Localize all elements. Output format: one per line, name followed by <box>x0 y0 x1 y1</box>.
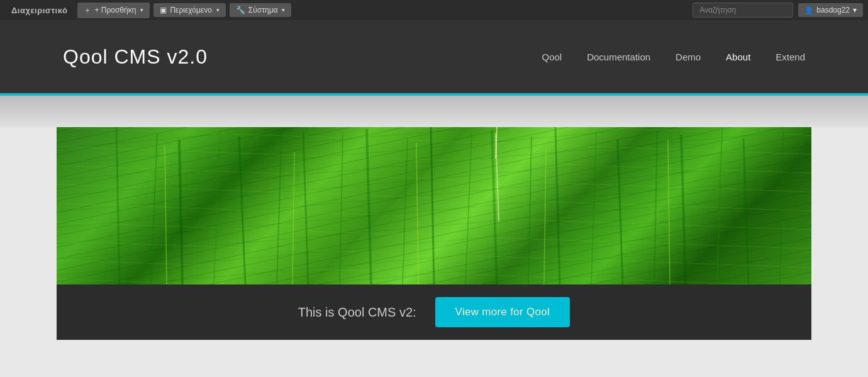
svg-line-20 <box>743 138 748 284</box>
plus-icon: ＋ <box>84 5 91 16</box>
admin-brand: Διαχειριστικό <box>5 6 74 15</box>
svg-line-2 <box>179 140 182 284</box>
svg-line-9 <box>403 138 408 284</box>
system-button-label: Σύστημα <box>248 6 278 14</box>
site-header: Qool CMS v2.0 Qool Documentation Demo Ab… <box>0 20 868 96</box>
svg-line-19 <box>717 127 722 284</box>
add-button-label: + Προσθήκη <box>94 6 136 14</box>
view-more-button[interactable]: View more for Qool <box>435 297 570 327</box>
cta-bar: This is Qool CMS v2: View more for Qool <box>57 284 811 340</box>
svg-line-8 <box>367 129 371 284</box>
admin-bar-right: 👤 basdog22 ▾ <box>693 3 863 18</box>
admin-bar: Διαχειριστικό ＋ + Προσθήκη ▾ ▣ Περιεχόμε… <box>0 0 868 20</box>
svg-line-1 <box>151 133 157 284</box>
svg-line-25 <box>544 149 546 284</box>
svg-line-26 <box>668 140 670 284</box>
nav-item-demo[interactable]: Demo <box>676 52 701 62</box>
svg-line-18 <box>681 135 686 284</box>
nav-item-documentation[interactable]: Documentation <box>587 52 650 62</box>
site-logo: Qool CMS v2.0 <box>63 45 208 69</box>
chevron-down-icon-3: ▾ <box>282 7 285 13</box>
chevron-down-icon-2: ▾ <box>216 7 220 13</box>
header-shadow <box>0 96 868 127</box>
nav-item-extend[interactable]: Extend <box>776 52 805 62</box>
file-icon: ▣ <box>160 6 167 14</box>
chevron-down-icon-4: ▾ <box>853 6 857 14</box>
site-nav: Qool Documentation Demo About Extend <box>542 52 805 62</box>
hero-image <box>57 127 811 284</box>
content-button-label: Περιεχόμενο <box>170 6 211 14</box>
content-button[interactable]: ▣ Περιεχόμενο ▾ <box>153 3 225 17</box>
chevron-down-icon: ▾ <box>140 7 143 13</box>
svg-line-22 <box>165 146 167 284</box>
grass-svg <box>57 127 811 284</box>
add-button[interactable]: ＋ + Προσθήκη ▾ <box>77 3 150 18</box>
svg-line-7 <box>340 135 343 284</box>
bottom-area <box>0 340 868 371</box>
nav-item-qool[interactable]: Qool <box>542 52 562 62</box>
user-icon: 👤 <box>804 6 813 14</box>
svg-line-6 <box>303 132 308 284</box>
wrench-icon: 🔧 <box>236 6 245 14</box>
svg-line-24 <box>416 143 418 284</box>
user-menu-button[interactable]: 👤 basdog22 ▾ <box>798 3 863 17</box>
cta-text: This is Qool CMS v2: <box>298 305 416 320</box>
svg-line-3 <box>214 130 220 284</box>
svg-line-13 <box>528 137 531 284</box>
svg-line-17 <box>654 130 657 284</box>
svg-line-16 <box>618 140 623 284</box>
svg-line-23 <box>292 152 294 284</box>
svg-line-21 <box>780 132 783 284</box>
svg-line-4 <box>239 137 245 284</box>
svg-line-11 <box>465 133 472 284</box>
svg-line-15 <box>591 132 596 284</box>
username-label: basdog22 <box>816 6 850 14</box>
svg-line-10 <box>431 127 434 284</box>
hero-section: This is Qool CMS v2: View more for Qool <box>57 127 811 340</box>
nav-item-about[interactable]: About <box>726 52 750 62</box>
svg-line-14 <box>555 127 560 284</box>
system-button[interactable]: 🔧 Σύστημα ▾ <box>230 3 292 17</box>
search-input[interactable] <box>693 3 793 18</box>
svg-line-0 <box>116 127 120 284</box>
svg-line-5 <box>277 127 282 284</box>
